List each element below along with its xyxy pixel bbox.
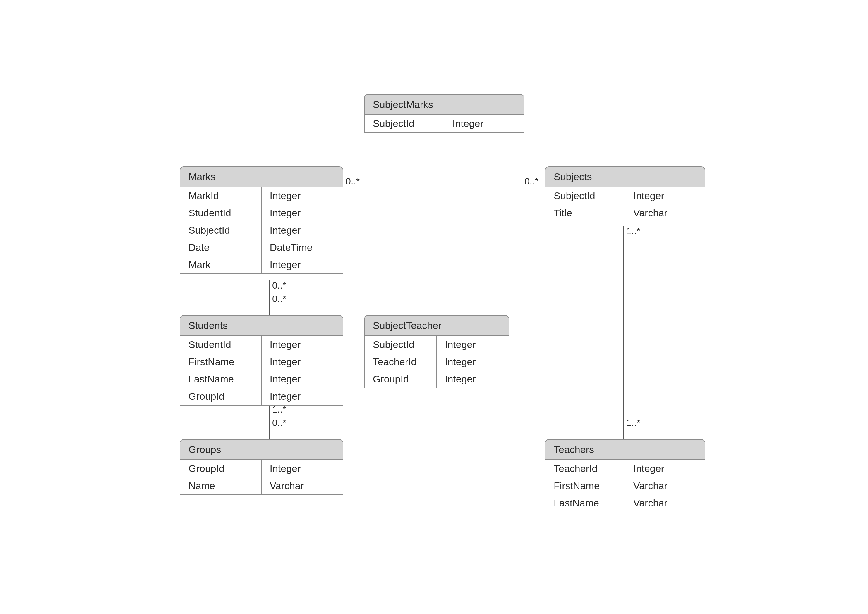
attr-type: Integer [261,256,343,273]
attr-type: Integer [437,353,509,371]
attr-name: SubjectId [365,336,436,353]
entity-subjectteacher: SubjectTeacher SubjectId TeacherId Group… [364,315,509,388]
attr-name: GroupId [180,460,261,477]
attr-type: Integer [261,222,343,239]
attr-type: Integer [437,336,509,353]
attr-type: Varchar [261,477,343,495]
entity-title: Marks [180,167,343,187]
attr-name: GroupId [180,388,261,405]
er-diagram-canvas: SubjectMarks SubjectId Integer Marks Mar… [0,0,868,614]
mult-teachers-top: 1..* [626,417,640,428]
entity-subjectmarks: SubjectMarks SubjectId Integer [364,94,524,133]
mult-students-bot: 1..* [272,404,286,415]
entity-teachers: Teachers TeacherId FirstName LastName In… [545,439,705,512]
attr-type: Integer [625,460,705,477]
attr-type: Integer [437,371,509,388]
attr-type: Integer [261,388,343,405]
attr-type: Integer [261,460,343,477]
attr-name: StudentId [180,205,261,222]
attr-name: StudentId [180,336,261,353]
attr-name: LastName [180,371,261,388]
attr-type: Integer [261,336,343,353]
attr-name: LastName [546,495,625,512]
entity-title: SubjectMarks [365,95,524,115]
attr-name: MarkId [180,187,261,205]
attr-type: Integer [261,371,343,388]
attr-name: TeacherId [546,460,625,477]
mult-marks-bot: 0..* [272,280,286,291]
attr-name: FirstName [180,353,261,371]
entity-marks: Marks MarkId StudentId SubjectId Date Ma… [180,166,343,274]
attr-name: Date [180,239,261,256]
attr-type: Integer [261,205,343,222]
mult-marks-right: 0..* [345,176,360,187]
entity-title: Students [180,316,343,336]
attr-name: FirstName [546,477,625,495]
attr-type: Varchar [625,205,705,222]
mult-subjects-bot: 1..* [626,226,640,237]
attr-type: Integer [625,187,705,205]
attr-type: Integer [261,187,343,205]
attr-name: GroupId [365,371,436,388]
attr-name: SubjectId [365,115,444,132]
attr-name: SubjectId [546,187,625,205]
attr-name: Title [546,205,625,222]
attr-name: TeacherId [365,353,436,371]
attr-type: DateTime [261,239,343,256]
entity-groups: Groups GroupId Name Integer Varchar [180,439,343,495]
attr-name: Name [180,477,261,495]
attr-type: Integer [261,353,343,371]
attr-type: Varchar [625,495,705,512]
mult-subjects-left: 0..* [524,176,538,187]
mult-students-top: 0..* [272,293,286,304]
entity-title: Teachers [546,440,705,460]
entity-title: Subjects [546,167,705,187]
entity-title: Groups [180,440,343,460]
connector-lines [0,0,868,614]
mult-groups-top: 0..* [272,417,286,428]
attr-name: SubjectId [180,222,261,239]
attr-type: Varchar [625,477,705,495]
attr-name: Mark [180,256,261,273]
entity-students: Students StudentId FirstName LastName Gr… [180,315,343,406]
entity-subjects: Subjects SubjectId Title Integer Varchar [545,166,705,222]
attr-type: Integer [444,115,524,132]
entity-title: SubjectTeacher [365,316,509,336]
